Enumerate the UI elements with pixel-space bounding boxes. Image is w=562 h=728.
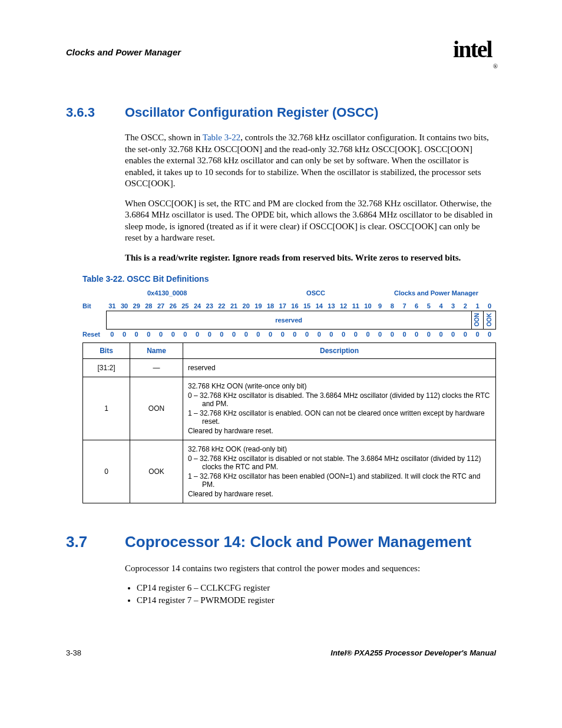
reset-val: 0 [325,330,338,340]
list-item: CP14 register 7 – PWRMODE register [137,595,496,605]
reset-val: 0 [459,330,471,340]
reset-val: 0 [276,330,289,340]
reserved-field: reserved [106,311,471,330]
chapter-label: Clocks and Power Manager [66,47,181,57]
table-row: 0 OOK 32.768 kHz OOK (read-only bit) 0 –… [83,440,496,503]
reset-row: Reset 0 0 0 0 0 0 0 0 0 0 0 0 0 0 0 0 0 … [82,330,496,340]
oon-field: OON [471,311,484,330]
bullet-list: CP14 register 6 – CCLKCFG register CP14 … [125,583,496,605]
reset-val: 0 [130,330,143,340]
col-bits: Bits [83,343,130,359]
reset-val: 0 [338,330,350,340]
bit-num: 31 [106,301,118,311]
reset-val: 0 [484,330,496,340]
section-number: 3.6.3 [66,105,125,120]
bit-num: 16 [289,301,301,311]
desc-line: reserved [188,364,491,372]
table-row: 1 OON 32.768 KHz OON (write-once only bi… [83,377,496,440]
table-row: [31:2] — reserved [83,359,496,377]
reset-val: 0 [155,330,167,340]
bit-num: 21 [228,301,240,311]
col-desc: Description [183,343,496,359]
reset-val: 0 [216,330,228,340]
bit-num: 18 [265,301,277,311]
register-header: 0x4130_0008 OSCC Clocks and Power Manage… [82,289,496,297]
reset-val: 0 [167,330,179,340]
manual-title: Intel® PXA255 Processor Developer's Manu… [330,648,496,657]
bit-num: 29 [130,301,143,311]
bit-num: 11 [349,301,362,311]
reset-val: 0 [435,330,447,340]
bit-label: Bit [82,301,106,311]
registered-mark: ® [493,62,497,70]
bit-name-row: reserved OON OOK [82,311,496,330]
register-name: OSCC [256,289,370,297]
reset-val: 0 [398,330,411,340]
desc-line: 1 – 32.768 KHz oscillator is enabled. OO… [202,409,491,426]
reset-val: 0 [252,330,265,340]
bit-num: 6 [411,301,423,311]
logo-text: intel [453,36,492,62]
reset-val: 0 [411,330,423,340]
table-caption: Table 3-22. OSCC Bit Definitions [82,274,496,284]
section-title: Coprocessor 14: Clock and Power Manageme… [125,533,471,551]
reset-val: 0 [386,330,398,340]
reset-val: 0 [374,330,386,340]
bit-num: 28 [143,301,155,311]
bit-num: 19 [252,301,265,311]
bit-num: 12 [338,301,350,311]
intel-logo: intel® [453,35,496,64]
reset-val: 0 [143,330,155,340]
register-address: 0x4130_0008 [106,289,256,297]
bit-num: 26 [167,301,179,311]
bit-num: 25 [179,301,191,311]
cell-name: OOK [130,440,183,503]
reset-val: 0 [191,330,204,340]
table-link[interactable]: Table 3-22 [203,133,240,142]
bit-num: 17 [276,301,289,311]
bit-num: 2 [459,301,471,311]
reset-val: 0 [289,330,301,340]
desc-line: 0 – 32.768 KHz oscillator is disabled or… [202,454,491,471]
reset-val: 0 [447,330,459,340]
section-number: 3.7 [66,533,125,551]
reset-val: 0 [118,330,131,340]
bit-num: 0 [484,301,496,311]
bit-num: 20 [240,301,252,311]
cell-bits: 0 [83,440,130,503]
ook-field: OOK [484,311,496,330]
bit-num: 9 [374,301,386,311]
reset-label: Reset [82,330,106,340]
bit-num: 4 [435,301,447,311]
section-title: Oscillator Configuration Register (OSCC) [125,105,378,120]
page-number: 3-38 [66,648,81,657]
bit-num: 7 [398,301,411,311]
cell-desc: reserved [183,359,496,377]
reset-val: 0 [301,330,313,340]
paragraph: Coprocessor 14 contains two registers th… [125,563,496,575]
cell-name: OON [130,377,183,440]
register-module: Clocks and Power Manager [370,289,496,297]
cell-bits: [31:2] [83,359,130,377]
section-heading-37: 3.7Coprocessor 14: Clock and Power Manag… [66,533,496,551]
reset-val: 0 [228,330,240,340]
bit-num: 8 [386,301,398,311]
bit-number-row: Bit 31 30 29 28 27 26 25 24 23 22 21 20 … [82,301,496,311]
desc-line: 0 – 32.768 KHz oscillator is disabled. T… [202,391,491,408]
desc-line: Cleared by hardware reset. [188,490,491,498]
reset-val: 0 [203,330,216,340]
list-item: CP14 register 6 – CCLKCFG register [137,583,496,593]
bit-num: 10 [362,301,374,311]
cell-desc: 32.768 KHz OON (write-once only bit) 0 –… [183,377,496,440]
bit-num: 14 [313,301,325,311]
bit-num: 27 [155,301,167,311]
cell-bits: 1 [83,377,130,440]
paragraph: When OSCC[OOK] is set, the RTC and PM ar… [125,198,496,244]
cell-name: — [130,359,183,377]
reset-val: 0 [240,330,252,340]
bit-num: 22 [216,301,228,311]
reset-val: 0 [265,330,277,340]
bit-definitions-table: Bits Name Description [31:2] — reserved … [82,342,496,503]
reset-val: 0 [313,330,325,340]
cell-desc: 32.768 kHz OOK (read-only bit) 0 – 32.76… [183,440,496,503]
